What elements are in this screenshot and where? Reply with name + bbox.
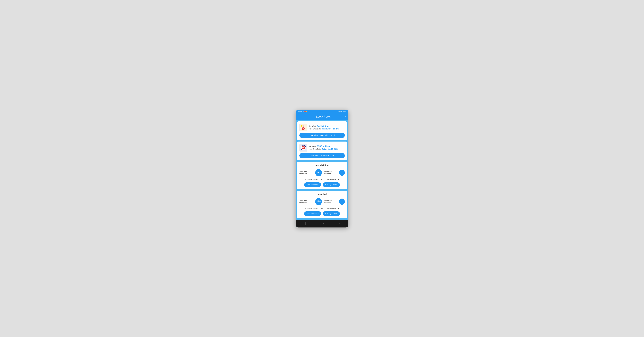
- powerball-total-members-label: Total Members -: [305, 207, 318, 209]
- main-content: M M ★ JackPot: $41 Million Next Draw Dat…: [296, 120, 348, 220]
- nav-home-icon[interactable]: ○: [322, 222, 324, 225]
- megamillion-total-pools-value: 1: [338, 178, 339, 180]
- megamillion-draw-date-line: Next Draw Date: Tuesday, Dec 19, 2023: [309, 127, 345, 130]
- megamillion-logo-svg: M M ★: [300, 124, 307, 131]
- powerball-card: PB PLAY JackPot: $535 Million Next Draw …: [297, 142, 347, 160]
- powerball-total-members-value: 188: [320, 207, 324, 209]
- megamillion-pool-members-circle: 162: [315, 169, 322, 176]
- powerball-get-tickets-button[interactable]: Get My Tickets: [323, 211, 340, 216]
- powerball-total-pools-label: Total Pools -: [326, 207, 336, 209]
- megamillion-pool-number-stat: Your Pool Number: 1: [324, 170, 344, 176]
- megamillion-pool-number-label: Your Pool Number:: [324, 171, 338, 175]
- megamillion-pool-number-circle: 1: [339, 170, 345, 176]
- powerball-pool-title: powerball: [317, 193, 327, 196]
- powerball-pool-buttons: Pool Members Get My Tickets: [304, 211, 340, 216]
- powerball-pool-members-button[interactable]: Pool Members: [304, 211, 321, 216]
- megamillion-details: JackPot: $41 Million Next Draw Date: Tue…: [309, 125, 345, 130]
- status-dot-blue: [303, 111, 304, 112]
- megamillion-pool-members-value: 162: [316, 171, 321, 174]
- svg-text:M: M: [303, 128, 304, 129]
- status-dot-yellow: [306, 111, 307, 112]
- battery-indicator: 54%: [343, 111, 346, 112]
- megamillion-total-members-value: 162: [320, 178, 324, 180]
- megamillion-info: M M ★ JackPot: $41 Million Next Draw Dat…: [300, 124, 345, 131]
- powerball-pool-stats-row: Your Pool Members: 188 Your Pool Number:…: [300, 198, 345, 205]
- megamillion-pool-members-button[interactable]: Pool Members: [304, 182, 321, 187]
- app-title: Looty Pools: [302, 115, 344, 118]
- app-header: Looty Pools ≡: [296, 113, 348, 120]
- powerball-jackpot-amount: $535 Million: [317, 145, 330, 148]
- svg-text:M: M: [302, 125, 304, 127]
- megamillion-logo: M M ★: [300, 124, 307, 131]
- svg-text:PB: PB: [302, 147, 304, 149]
- nav-bar: ||| ○ ‹: [296, 220, 348, 228]
- powerball-pool-members-value: 188: [316, 200, 321, 203]
- powerball-draw-date-value: Today, Dec 16, 2023: [322, 148, 338, 150]
- megamillion-jackpot-line: JackPot: $41 Million: [309, 125, 345, 127]
- megamillion-pool-title: megaMillion: [316, 164, 328, 167]
- hamburger-menu-icon[interactable]: ≡: [344, 115, 346, 118]
- powerball-totals-row: Total Members - 188 Total Pools - 1: [305, 207, 339, 209]
- status-left: 12:09: [298, 110, 307, 112]
- nav-back-icon[interactable]: ‹: [339, 221, 340, 226]
- powerball-jackpot-label: JackPot:: [309, 145, 316, 148]
- megamillion-get-tickets-button[interactable]: Get My Tickets: [323, 182, 340, 187]
- powerball-pool-members-label: Your Pool Members:: [300, 200, 314, 204]
- megamillion-jackpot-label: JackPot:: [309, 125, 316, 127]
- status-time: 12:09: [298, 110, 302, 112]
- nav-menu-icon[interactable]: |||: [304, 222, 306, 225]
- megamillion-pool-stats-row: Your Pool Members: 162 Your Pool Number:…: [300, 169, 345, 176]
- powerball-pool-members-circle: 188: [315, 198, 322, 205]
- powerball-pool-card: powerball Your Pool Members: 188 Your Po…: [297, 191, 347, 218]
- powerball-draw-date-line: Next Draw Date: Today, Dec 16, 2023: [309, 148, 345, 150]
- powerball-pool-number-stat: Your Pool Number: 1: [324, 199, 344, 205]
- svg-text:PLAY: PLAY: [302, 145, 304, 146]
- powerball-pool-number-label: Your Pool Number:: [324, 200, 338, 204]
- megamillion-pool-card: megaMillion Your Pool Members: 162 Your …: [297, 162, 347, 189]
- megamillion-join-button[interactable]: You Joined MegaMillion Pool: [300, 133, 345, 138]
- status-right: 5G UC 54%: [338, 111, 346, 112]
- svg-text:★: ★: [301, 125, 302, 127]
- powerball-total-pools-value: 1: [338, 207, 339, 209]
- megamillion-card: M M ★ JackPot: $41 Million Next Draw Dat…: [297, 121, 347, 140]
- status-dot-red: [304, 111, 306, 112]
- megamillion-pool-number-value: 1: [341, 171, 342, 174]
- powerball-draw-date-label: Next Draw Date:: [309, 148, 321, 150]
- powerball-pool-number-circle: 1: [339, 199, 345, 205]
- powerball-info: PB PLAY JackPot: $535 Million Next Draw …: [300, 144, 345, 152]
- powerball-logo-svg: PB PLAY: [300, 144, 307, 151]
- megamillion-draw-date-value: Tuesday, Dec 19, 2023: [322, 128, 340, 130]
- megamillion-draw-date-label: Next Draw Date:: [309, 128, 321, 130]
- phone-frame: 12:09 5G UC 54% Looty Pools ≡ M: [296, 110, 348, 228]
- powerball-jackpot-line: JackPot: $535 Million: [309, 145, 345, 148]
- megamillion-pool-buttons: Pool Members Get My Tickets: [304, 182, 340, 187]
- powerball-logo: PB PLAY: [300, 144, 307, 152]
- megamillion-pool-members-stat: Your Pool Members: 162: [300, 169, 322, 176]
- powerball-join-button[interactable]: You Joined Powerball Pool: [300, 153, 345, 158]
- powerball-details: JackPot: $535 Million Next Draw Date: To…: [309, 145, 345, 150]
- megamillion-jackpot-amount: $41 Million: [317, 125, 328, 127]
- status-bar: 12:09 5G UC 54%: [296, 110, 348, 113]
- powerball-pool-number-value: 1: [341, 200, 342, 203]
- powerball-pool-members-stat: Your Pool Members: 188: [300, 198, 322, 205]
- megamillion-totals-row: Total Members - 162 Total Pools - 1: [305, 178, 339, 180]
- megamillion-pool-members-label: Your Pool Members:: [300, 171, 314, 175]
- megamillion-total-pools-label: Total Pools -: [326, 178, 336, 180]
- network-indicator: 5G UC: [338, 111, 342, 112]
- megamillion-total-members-label: Total Members -: [305, 178, 318, 180]
